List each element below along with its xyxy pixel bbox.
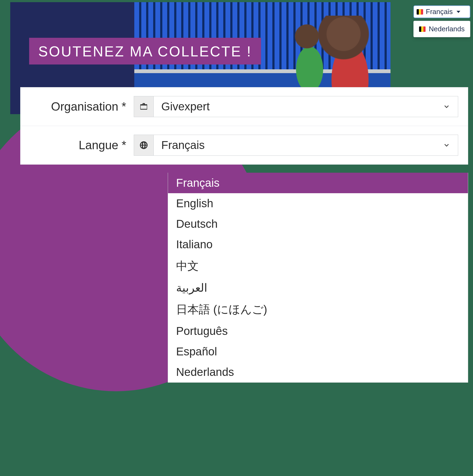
site-language-current[interactable]: Français (413, 5, 470, 18)
site-language-picker: Français Nederlands (413, 5, 470, 37)
langue-dropdown: FrançaisEnglishDeutschItaliano中文العربية日… (168, 173, 468, 383)
langue-option[interactable]: 日本語 (にほんご) (168, 298, 468, 321)
hero-title: SOUTENEZ MA COLLECTE ! (29, 38, 261, 64)
langue-select[interactable]: Français (154, 135, 458, 156)
organisation-select[interactable]: Givexpert (154, 96, 458, 117)
langue-option[interactable]: Español (168, 341, 468, 362)
langue-option[interactable]: 中文 (168, 255, 468, 277)
label-organisation: Organisation * (29, 100, 126, 113)
globe-icon (134, 135, 154, 156)
flag-be-icon (419, 26, 426, 32)
langue-option[interactable]: Nederlands (168, 362, 468, 382)
langue-option[interactable]: العربية (168, 277, 468, 298)
briefcase-icon (134, 96, 154, 117)
chevron-down-icon (443, 139, 450, 152)
langue-option[interactable]: Italiano (168, 234, 468, 255)
hero-person-child (283, 24, 337, 94)
langue-option[interactable]: Deutsch (168, 214, 468, 234)
site-language-option[interactable]: Nederlands (413, 21, 470, 37)
langue-option[interactable]: Français (168, 173, 468, 193)
site-language-option-label: Nederlands (429, 25, 465, 33)
chevron-down-icon (443, 100, 450, 113)
langue-option[interactable]: English (168, 193, 468, 214)
row-langue: Langue * Français (20, 126, 468, 164)
row-organisation: Organisation * Givexpert (20, 87, 468, 126)
langue-value: Français (161, 139, 205, 152)
site-language-current-label: Français (426, 8, 453, 16)
flag-be-icon (417, 9, 423, 15)
langue-option[interactable]: Português (168, 321, 468, 341)
label-langue: Langue * (29, 138, 126, 152)
organisation-value: Givexpert (161, 100, 210, 113)
form-card: Organisation * Givexpert Langue * França… (20, 87, 468, 165)
caret-down-icon (457, 11, 460, 13)
